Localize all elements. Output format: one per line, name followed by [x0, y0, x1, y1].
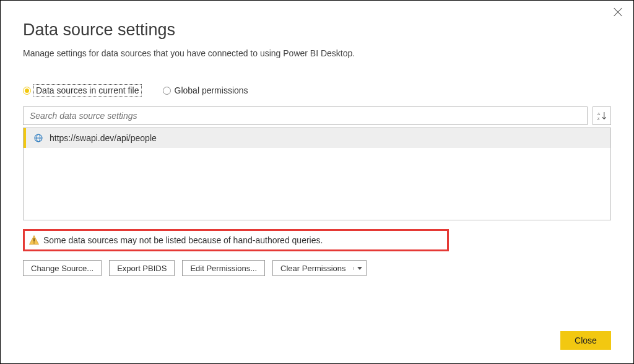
clear-permissions-dropdown[interactable] — [354, 267, 366, 270]
warning-text: Some data sources may not be listed beca… — [43, 235, 323, 245]
change-source-button[interactable]: Change Source... — [23, 260, 102, 276]
data-source-settings-dialog: Data source settings Manage settings for… — [0, 0, 634, 364]
web-source-icon — [33, 133, 43, 143]
data-source-row[interactable]: https://swapi.dev/api/people — [24, 128, 610, 148]
dialog-content: Data source settings Manage settings for… — [1, 1, 633, 276]
action-button-row: Change Source... Export PBIDS Edit Permi… — [23, 260, 611, 276]
change-source-label: Change Source... — [31, 264, 93, 273]
radio-global-permissions[interactable]: Global permissions — [163, 85, 248, 95]
edit-permissions-label: Edit Permissions... — [190, 264, 257, 273]
edit-permissions-button[interactable]: Edit Permissions... — [182, 260, 265, 276]
radio-current-file[interactable]: Data sources in current file — [23, 85, 141, 95]
chevron-down-icon — [357, 267, 362, 270]
scope-radio-group: Data sources in current file Global perm… — [23, 85, 611, 95]
search-row: A Z — [23, 106, 611, 125]
warning-icon — [28, 235, 40, 246]
svg-rect-8 — [33, 243, 35, 244]
data-source-url: https://swapi.dev/api/people — [50, 133, 157, 143]
clear-permissions-button[interactable]: Clear Permissions — [272, 260, 366, 276]
svg-rect-7 — [33, 238, 35, 241]
export-pbids-button[interactable]: Export PBIDS — [109, 260, 175, 276]
clear-permissions-label: Clear Permissions — [273, 264, 353, 273]
svg-text:A: A — [597, 111, 601, 116]
data-source-list: https://swapi.dev/api/people — [23, 128, 611, 220]
close-button-label: Close — [575, 336, 597, 345]
dialog-subtitle: Manage settings for data sources that yo… — [23, 48, 611, 58]
radio-current-file-label: Data sources in current file — [35, 85, 141, 95]
dialog-footer: Close — [560, 331, 611, 350]
dialog-title: Data source settings — [23, 20, 611, 40]
close-button[interactable]: Close — [560, 331, 611, 350]
search-input[interactable] — [23, 106, 588, 125]
radio-global-label: Global permissions — [175, 85, 248, 95]
radio-selected-icon — [23, 87, 31, 95]
export-pbids-label: Export PBIDS — [117, 264, 167, 273]
warning-banner: Some data sources may not be listed beca… — [23, 229, 449, 251]
radio-unselected-icon — [163, 87, 171, 95]
svg-text:Z: Z — [597, 116, 600, 121]
sort-az-icon: A Z — [596, 110, 607, 121]
sort-button[interactable]: A Z — [593, 106, 611, 125]
close-icon[interactable] — [612, 7, 623, 18]
